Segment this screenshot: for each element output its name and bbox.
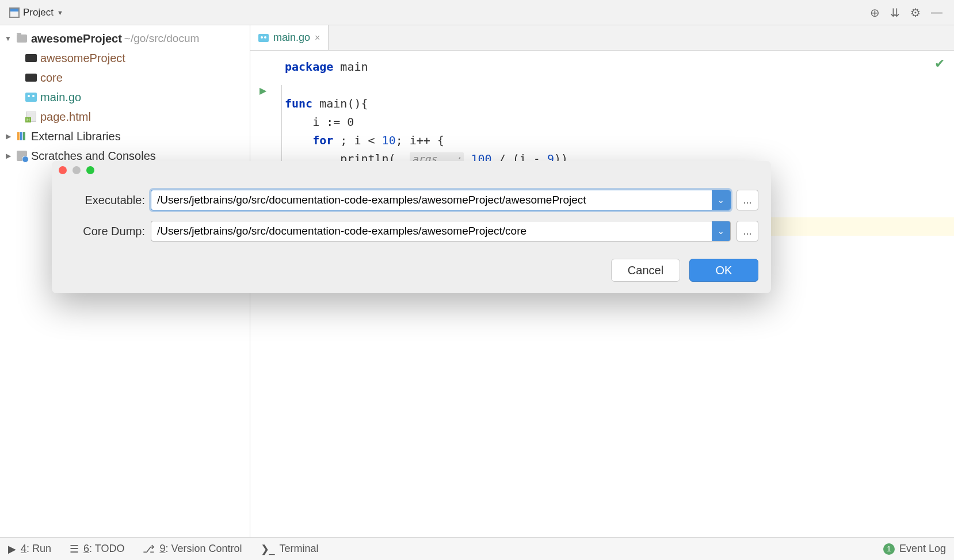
svg-rect-0 [17,132,20,140]
expand-arrow-icon[interactable]: ▶ [3,152,13,160]
tree-item-executable[interactable]: awesomeProject [0,48,250,68]
tree-root[interactable]: ▼ awesomeProject ~/go/src/docum [0,29,250,48]
executable-row: Executable: ⌄ ... [64,190,758,210]
tree-item-label: page.html [40,110,91,124]
coredump-row: Core Dump: ⌄ ... [64,221,758,241]
coredump-browse-button[interactable]: ... [737,221,758,241]
tree-item-label: core [40,71,63,85]
code-content[interactable]: package main func main(){ i := 0 for ; i… [285,51,954,537]
libraries-icon [15,131,29,141]
project-label: Project [23,7,54,18]
gear-icon[interactable]: ⚙ [910,6,921,20]
target-icon[interactable]: ⊕ [870,6,880,20]
tool-window-bar: ▶ 4: Run ☰ 6: TODO ⎇ 9: Version Control … [0,537,954,560]
play-icon: ▶ [8,543,16,555]
close-icon[interactable]: × [315,33,320,43]
inspection-ok-icon[interactable]: ✔ [934,56,945,71]
run-gutter-icon[interactable]: ▶ [260,85,266,96]
scratches-icon [17,151,27,161]
coredump-combo[interactable]: ⌄ [151,221,731,241]
svg-rect-2 [23,132,25,140]
minimize-icon[interactable]: — [931,6,942,19]
chevron-down-icon: ▼ [57,9,63,16]
dialog-titlebar[interactable] [52,161,771,179]
notification-badge: 1 [883,543,895,555]
tree-root-name: awesomeProject [31,32,122,45]
tree-item-label: awesomeProject [40,52,125,65]
go-file-icon [258,34,269,42]
branch-icon: ⎇ [143,543,155,555]
vcs-tool-button[interactable]: ⎇ 9: Version Control [143,543,242,555]
chevron-down-icon[interactable]: ⌄ [712,221,730,241]
window-close-icon[interactable] [59,166,67,174]
coredump-label: Core Dump: [64,225,145,238]
executable-input[interactable] [151,190,712,210]
executable-browse-button[interactable]: ... [737,190,758,210]
todo-tool-button[interactable]: ☰ 6: TODO [70,543,124,555]
tree-root-path: ~/go/src/docum [124,32,199,45]
core-dump-dialog: Executable: ⌄ ... Core Dump: ⌄ ... Cance… [52,161,771,293]
html-file-icon [26,112,36,122]
project-toolbar: Project ▼ ⊕ ⇊ ⚙ — [0,0,954,25]
binary-icon [25,54,37,62]
run-tool-button[interactable]: ▶ 4: Run [8,543,51,555]
window-minimize-icon[interactable] [72,166,81,174]
chevron-down-icon[interactable]: ⌄ [712,190,730,210]
executable-combo[interactable]: ⌄ [151,190,731,210]
list-icon: ☰ [70,543,79,555]
tree-external-libraries[interactable]: ▶ External Libraries [0,126,250,146]
executable-label: Executable: [64,194,145,207]
tab-label: main.go [273,32,310,44]
tab-main-go[interactable]: main.go × [250,25,329,50]
go-file-icon [25,93,37,102]
terminal-icon: ❯_ [261,543,275,555]
cancel-button[interactable]: Cancel [611,259,680,282]
code-editor[interactable]: ✔ ▶ package main func main(){ i := 0 for… [250,51,954,537]
expand-arrow-icon[interactable]: ▶ [3,132,13,140]
tree-item-label: External Libraries [31,130,121,143]
terminal-tool-button[interactable]: ❯_ Terminal [261,543,319,555]
editor-gutter[interactable]: ▶ [250,51,285,537]
project-view-selector[interactable]: Project ▼ [5,5,68,21]
event-log-button[interactable]: 1 Event Log [883,543,946,555]
expand-arrow-icon[interactable]: ▼ [3,34,13,43]
editor-tabs: main.go × [250,25,954,51]
svg-rect-1 [20,132,22,140]
collapse-icon[interactable]: ⇊ [890,6,900,20]
tree-item-label: main.go [40,91,81,104]
tree-item-page-html[interactable]: page.html [0,107,250,126]
toolbar-actions: ⊕ ⇊ ⚙ — [870,6,949,20]
folder-icon [17,34,27,43]
binary-icon [25,74,37,82]
tree-item-main-go[interactable]: main.go [0,87,250,107]
tree-item-core[interactable]: core [0,68,250,87]
project-icon [9,7,20,18]
window-zoom-icon[interactable] [86,166,94,174]
ok-button[interactable]: OK [689,259,758,282]
coredump-input[interactable] [151,221,712,241]
